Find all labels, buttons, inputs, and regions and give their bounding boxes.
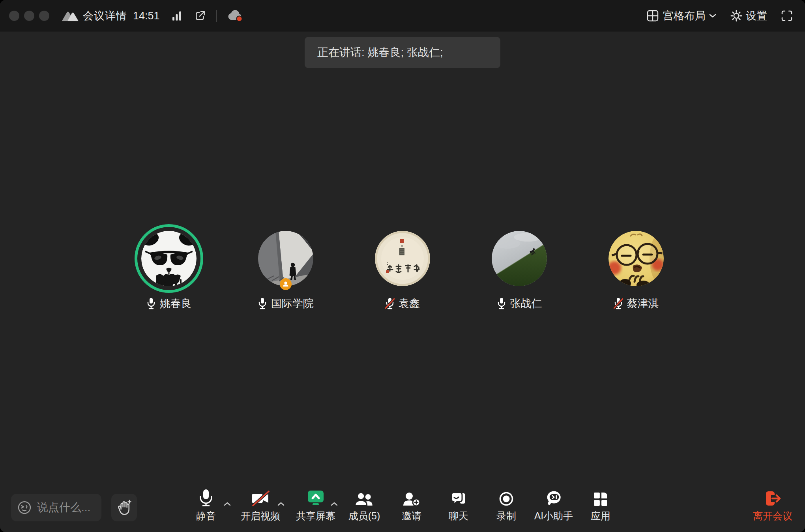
share-screen-icon <box>307 489 325 507</box>
start-video-label: 开启视频 <box>241 510 280 523</box>
participant-nameline: 姚春良 <box>146 296 192 311</box>
titlebar: 会议详情 14:51 <box>0 0 805 32</box>
meeting-timer: 14:51 <box>133 10 160 22</box>
participant-name: 姚春良 <box>160 296 192 311</box>
speaking-banner-text: 正在讲话: 姚春良; 张战仁; <box>317 45 443 60</box>
window-minimize-button[interactable] <box>24 11 34 21</box>
participants-row: 姚春良 <box>0 224 805 311</box>
window-close-button[interactable] <box>9 11 19 21</box>
avatar <box>375 231 430 286</box>
avatar <box>258 231 313 286</box>
titlebar-divider <box>216 10 217 22</box>
calligraphy-plate-avatar <box>375 231 430 286</box>
participant-tile[interactable]: 姚春良 <box>125 224 212 311</box>
members-label: 成员(5) <box>348 510 380 523</box>
meeting-app-logo-icon <box>61 10 79 22</box>
participant-nameline: 国际学院 <box>258 296 314 311</box>
apps-label: 应用 <box>591 510 610 523</box>
avatar <box>141 231 197 286</box>
meeting-details-button[interactable]: 会议详情 <box>83 9 127 23</box>
apps-button[interactable]: 应用 <box>591 489 610 523</box>
mute-button[interactable]: 静音 <box>196 489 216 523</box>
share-options-chevron[interactable] <box>331 500 338 508</box>
record-button[interactable]: 录制 <box>496 489 516 523</box>
chat-label: 聊天 <box>449 510 468 523</box>
participant-name: 国际学院 <box>271 296 314 311</box>
window-controls <box>9 11 49 21</box>
mic-on-icon <box>146 298 156 309</box>
layout-button[interactable]: 宫格布局 <box>663 9 706 23</box>
grid-layout-icon <box>646 9 659 22</box>
fullscreen-icon[interactable] <box>781 9 793 22</box>
start-video-button[interactable]: 开启视频 <box>241 489 280 523</box>
mic-on-icon <box>258 298 267 309</box>
members-button[interactable]: 成员(5) <box>348 489 380 523</box>
yellow-meme-avatar <box>608 231 664 286</box>
participant-nameline: 袁鑫 <box>385 296 420 311</box>
ai-assistant-label: AI小助手 <box>534 510 573 523</box>
leave-meeting-button[interactable]: 离开会议 <box>753 489 792 523</box>
tunnel-photo-avatar <box>258 231 313 286</box>
avatar <box>608 231 664 286</box>
hillside-photo-avatar <box>492 231 547 286</box>
invite-icon <box>402 489 421 507</box>
meeting-window: 会议详情 14:51 <box>0 0 805 532</box>
participant-tile[interactable]: 蔡津淇 <box>593 224 680 311</box>
apps-icon <box>593 489 608 507</box>
participant-name: 蔡津淇 <box>627 296 659 311</box>
leave-meeting-label: 离开会议 <box>753 510 792 523</box>
invite-button[interactable]: 邀请 <box>402 489 421 523</box>
chat-button[interactable]: 聊天 <box>449 489 468 523</box>
participant-name: 袁鑫 <box>399 296 420 311</box>
raise-hand-icon <box>116 499 132 516</box>
video-options-chevron[interactable] <box>277 500 285 508</box>
ai-assistant-button[interactable]: AI小助手 <box>534 489 573 523</box>
mic-muted-icon <box>614 298 623 309</box>
ai-assistant-icon <box>545 489 563 507</box>
share-screen-button[interactable]: 共享屏幕 <box>296 489 335 523</box>
invite-label: 邀请 <box>402 510 421 523</box>
network-signal-icon[interactable] <box>172 10 182 21</box>
avatar <box>492 231 547 286</box>
chat-icon <box>450 489 467 507</box>
emoji-icon[interactable] <box>17 500 32 515</box>
record-icon <box>498 489 514 507</box>
members-icon <box>355 489 374 507</box>
share-screen-label: 共享屏幕 <box>296 510 335 523</box>
cloud-recording-icon[interactable] <box>226 9 243 22</box>
speaking-banner: 正在讲话: 姚春良; 张战仁; <box>305 37 500 68</box>
message-input[interactable] <box>36 501 96 514</box>
participant-name: 张战仁 <box>510 296 542 311</box>
raise-hand-button[interactable] <box>111 494 137 521</box>
chevron-down-icon[interactable] <box>709 13 717 18</box>
participant-tile[interactable]: 国际学院 <box>242 224 329 311</box>
record-label: 录制 <box>496 510 516 523</box>
leave-meeting-icon <box>764 489 782 507</box>
participant-nameline: 蔡津淇 <box>614 296 659 311</box>
mute-options-chevron[interactable] <box>224 500 231 508</box>
participant-tile[interactable]: 袁鑫 <box>359 224 446 311</box>
settings-button[interactable]: 设置 <box>746 9 767 23</box>
gear-icon <box>730 9 743 22</box>
window-zoom-button[interactable] <box>39 11 49 21</box>
mute-label: 静音 <box>196 510 216 523</box>
mic-icon <box>198 489 214 507</box>
participant-nameline: 张战仁 <box>497 296 542 311</box>
mic-on-icon <box>497 298 506 309</box>
message-composer[interactable] <box>11 494 101 521</box>
participant-tile[interactable]: 张战仁 <box>476 224 563 311</box>
camera-off-icon <box>251 489 270 507</box>
host-badge <box>280 278 292 290</box>
pop-out-window-icon[interactable] <box>194 9 206 22</box>
panda-sunglasses-avatar <box>141 231 197 286</box>
mic-muted-icon <box>385 298 395 309</box>
